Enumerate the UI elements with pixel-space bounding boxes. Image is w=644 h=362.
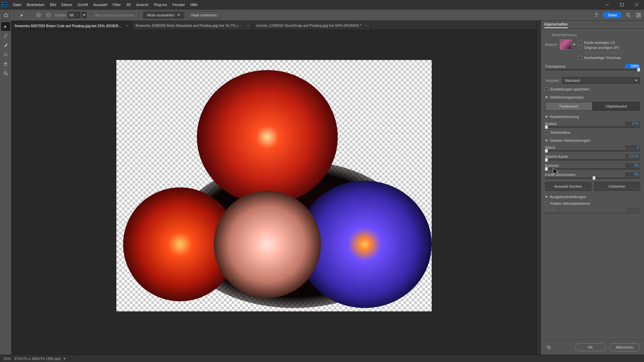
- shift-edge-input[interactable]: [625, 172, 640, 177]
- share-button[interactable]: Teilen: [603, 12, 622, 18]
- realtime-checkbox: [579, 51, 582, 54]
- radius-label: Radius: [545, 122, 556, 126]
- lasso-tool[interactable]: [1, 50, 10, 59]
- menu-plug-ins[interactable]: Plug-ins: [151, 3, 170, 7]
- window-minimize[interactable]: [600, 0, 614, 9]
- smooth-label: Weich: [545, 145, 555, 149]
- smart-radius-checkbox[interactable]: [545, 131, 548, 134]
- subtract-mode-icon[interactable]: [45, 11, 52, 19]
- user-icon[interactable]: [593, 11, 600, 19]
- contrast-slider[interactable]: [545, 168, 640, 170]
- window-close[interactable]: [629, 0, 644, 9]
- radius-input[interactable]: [625, 121, 640, 126]
- sample-all-label: Alle Ebenen aufnehmen: [95, 13, 134, 17]
- cancel-button[interactable]: Abbrechen: [609, 343, 640, 351]
- feather-label: Weiche Kante: [545, 155, 568, 159]
- close-tab-icon[interactable]: ×: [126, 24, 128, 28]
- menu-fenster[interactable]: Fenster: [170, 3, 187, 7]
- svg-rect-1: [621, 3, 624, 6]
- panel-title: Eigenschaften: [544, 22, 568, 28]
- decontaminate-checkbox[interactable]: [545, 202, 548, 205]
- global-refinements-section[interactable]: Globale Verbesserungen: [545, 138, 640, 142]
- save-settings-checkbox[interactable]: [545, 87, 548, 91]
- view-thumbnail[interactable]: [560, 40, 572, 50]
- smooth-slider[interactable]: [545, 150, 640, 152]
- strength-input: [625, 207, 640, 212]
- app-icon: Ps: [2, 2, 7, 7]
- add-mode-icon[interactable]: [35, 11, 42, 19]
- transparency-slider[interactable]: [545, 69, 640, 70]
- menu-datei[interactable]: Datei: [10, 3, 24, 7]
- size-label: Größe:: [55, 13, 66, 17]
- menu-ansicht[interactable]: Ansicht: [133, 3, 151, 7]
- preset-dropdown[interactable]: Standard: [562, 77, 640, 84]
- contrast-label: Kontrast: [545, 164, 559, 168]
- high-quality-checkbox[interactable]: [579, 56, 582, 59]
- menu-ebene[interactable]: Ebene: [59, 3, 75, 7]
- contrast-input[interactable]: [625, 163, 640, 168]
- svg-point-10: [627, 13, 629, 16]
- current-tool-icon: [18, 11, 26, 19]
- shift-edge-slider[interactable]: [545, 177, 640, 179]
- zoom-level[interactable]: 25%: [3, 357, 11, 361]
- strength-label: Stärke: [545, 208, 556, 212]
- brush-size-dropdown[interactable]: [82, 12, 87, 18]
- show-edge-checkbox[interactable]: [579, 41, 582, 44]
- canvas-area[interactable]: [11, 30, 537, 355]
- zoom-tool[interactable]: [1, 69, 10, 78]
- svg-line-16: [6, 74, 8, 75]
- output-settings-section[interactable]: Ausgabeeinstellungen: [545, 195, 640, 199]
- menu-auswahl[interactable]: Auswahl: [91, 3, 110, 7]
- svg-rect-13: [639, 13, 640, 15]
- window-maximize[interactable]: [614, 0, 629, 9]
- document-canvas[interactable]: [116, 60, 432, 311]
- brush-size-input[interactable]: [68, 12, 80, 18]
- color-based-button[interactable]: Farbbasiert: [545, 102, 593, 111]
- title-bar: Ps DateiBearbeitenBildEbeneSchriftAuswah…: [0, 0, 644, 9]
- ok-button[interactable]: OK: [575, 343, 606, 351]
- smooth-input[interactable]: [625, 145, 640, 149]
- toolbox: [0, 21, 11, 355]
- refine-mode-section[interactable]: Verfeinerungsmodus: [545, 95, 640, 99]
- svg-line-11: [629, 16, 630, 17]
- clear-selection-button[interactable]: Auswahl löschen: [545, 182, 591, 191]
- brush-tool[interactable]: [1, 41, 10, 50]
- close-tab-icon[interactable]: ×: [365, 23, 367, 27]
- menu-filter[interactable]: Filter: [110, 3, 123, 7]
- preset-label: Vorgabe:: [545, 78, 560, 82]
- object-based-button[interactable]: Objektbasiert: [593, 102, 640, 111]
- feather-slider[interactable]: [545, 159, 640, 161]
- view-dropdown[interactable]: [573, 40, 576, 50]
- properties-panel: Eigenschaften Ansichtsmodus Ansicht Kant…: [541, 21, 644, 355]
- home-button[interactable]: [2, 11, 10, 19]
- document-tab[interactable]: fireworks-1586035 Muto Masataka auf Pixa…: [132, 21, 253, 30]
- view-mode-label: Ansichtsmodus: [552, 33, 640, 37]
- document-tab[interactable]: fireworks-5007820 Briam Cute auf Pixabay…: [11, 21, 132, 30]
- document-tab[interactable]: toronto-1298016 StockSnap auf Pixabay.jp…: [253, 21, 371, 30]
- reset-icon[interactable]: [545, 344, 552, 351]
- menu-bearbeiten[interactable]: Bearbeiten: [24, 3, 47, 7]
- firework-image: [214, 191, 321, 298]
- select-subject-button[interactable]: Motiv auswählen: [143, 11, 184, 19]
- options-bar: Größe: Alle Ebenen aufnehmen Motiv auswä…: [0, 9, 644, 21]
- refine-hair-button[interactable]: Haar verfeinern: [187, 11, 221, 19]
- quick-select-tool[interactable]: [1, 22, 10, 31]
- transparency-label: Transparenz: [545, 64, 566, 68]
- search-icon[interactable]: [625, 11, 632, 19]
- panel-collapse-strip[interactable]: [537, 21, 541, 355]
- radius-slider[interactable]: [545, 126, 640, 128]
- edge-detection-section[interactable]: Kantenerkennung: [545, 115, 640, 119]
- show-original-checkbox[interactable]: [579, 46, 582, 49]
- menu-hilfe[interactable]: Hilfe: [187, 3, 200, 7]
- invert-button[interactable]: Umkehren: [594, 182, 640, 191]
- menu-schrift[interactable]: Schrift: [75, 3, 91, 7]
- feather-input[interactable]: [625, 154, 640, 159]
- refine-edge-brush-tool[interactable]: [1, 32, 10, 40]
- hand-tool[interactable]: [1, 60, 10, 68]
- status-flyout-icon[interactable]: [64, 357, 66, 360]
- close-tab-icon[interactable]: ×: [247, 23, 249, 27]
- workspace-icon[interactable]: [635, 11, 642, 19]
- firework-image: [197, 70, 338, 204]
- menu-3d[interactable]: 3D: [123, 3, 133, 7]
- menu-bild[interactable]: Bild: [47, 3, 59, 7]
